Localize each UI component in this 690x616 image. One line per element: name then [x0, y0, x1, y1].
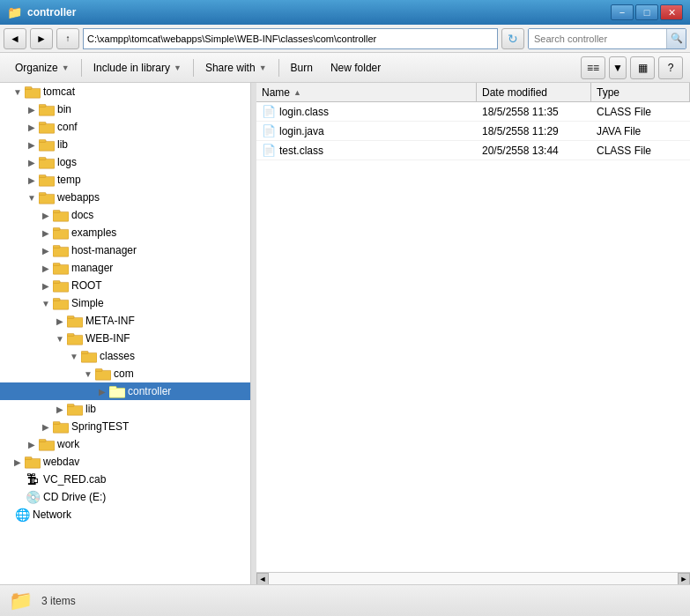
organize-button[interactable]: Organize ▼ — [7, 56, 78, 79]
sidebar-label-VC_RED: VC_RED.cab — [43, 473, 106, 486]
sidebar-item-examples[interactable]: ▶ examples — [0, 224, 250, 241]
table-row[interactable]: 📄 login.class 18/5/2558 11:35 CLASS File — [256, 102, 690, 122]
expand-btn-tomcat[interactable]: ▼ — [11, 85, 25, 99]
toolbar: Organize ▼ Include in library ▼ Share wi… — [0, 53, 690, 83]
sidebar-item-CDDrive[interactable]: 💿CD Drive (E:) — [0, 488, 250, 506]
help-button[interactable]: ? — [658, 56, 683, 79]
sidebar-item-lib[interactable]: ▶ lib — [0, 136, 250, 153]
view-dropdown-button[interactable]: ▼ — [609, 56, 627, 79]
sidebar-label-examples: examples — [71, 226, 116, 239]
search-go-button[interactable]: 🔍 — [666, 29, 686, 48]
sidebar-item-conf[interactable]: ▶ conf — [0, 118, 250, 136]
expand-btn-conf[interactable]: ▶ — [25, 120, 39, 134]
expand-btn-bin[interactable]: ▶ — [25, 102, 39, 116]
expand-btn-host-manager[interactable]: ▶ — [39, 243, 53, 257]
sidebar-item-com[interactable]: ▼ com — [0, 365, 250, 382]
sidebar-label-docs: docs — [71, 209, 93, 221]
back-button[interactable]: ◄ — [4, 28, 26, 49]
expand-btn-logs[interactable]: ▶ — [25, 155, 39, 169]
svg-rect-24 — [53, 300, 69, 309]
scroll-right-button[interactable]: ► — [678, 573, 690, 584]
expand-btn-manager[interactable]: ▶ — [39, 261, 53, 275]
svg-rect-43 — [25, 457, 32, 460]
horizontal-scrollbar[interactable]: ◄ ► — [256, 572, 690, 584]
sidebar-item-SpringTEST[interactable]: ▶ SpringTEST — [0, 418, 250, 435]
column-header-name[interactable]: Name ▲ — [256, 83, 477, 101]
sidebar-item-temp[interactable]: ▶ temp — [0, 171, 250, 189]
expand-btn-work[interactable]: ▶ — [25, 437, 39, 451]
sidebar-label-WEB-INF: WEB-INF — [85, 332, 130, 345]
include-library-dropdown-arrow: ▼ — [174, 63, 182, 72]
file-list-area: Name ▲ Date modified Type 📄 login.class … — [256, 83, 690, 584]
expand-btn-SpringTEST[interactable]: ▶ — [39, 419, 53, 434]
table-row[interactable]: 📄 login.java 18/5/2558 11:29 JAVA File — [256, 122, 690, 141]
sidebar-item-host-manager[interactable]: ▶ host-manager — [0, 241, 250, 259]
status-item-count: 3 items — [41, 595, 76, 607]
share-with-button[interactable]: Share with ▼ — [197, 56, 275, 79]
minimize-button[interactable]: − — [611, 4, 634, 20]
sidebar-label-ROOT: ROOT — [71, 279, 102, 292]
up-button[interactable]: ↑ — [56, 28, 79, 49]
svg-rect-39 — [53, 422, 60, 425]
sidebar-item-webdav[interactable]: ▶ webdav — [0, 453, 250, 471]
sidebar-item-classes[interactable]: ▼ classes — [0, 347, 250, 365]
maximize-button[interactable]: □ — [635, 4, 658, 20]
sidebar-item-tomcat[interactable]: ▼ tomcat — [0, 83, 250, 100]
expand-btn-META-INF[interactable]: ▶ — [53, 314, 67, 328]
sidebar-item-webapps[interactable]: ▼ webapps — [0, 189, 250, 206]
column-header-type[interactable]: Type — [591, 83, 690, 101]
expand-btn-webapps[interactable]: ▼ — [25, 190, 39, 204]
expand-btn-WEB-INF[interactable]: ▼ — [53, 331, 67, 345]
include-library-button[interactable]: Include in library ▼ — [85, 56, 189, 79]
expand-btn-lib[interactable]: ▶ — [25, 137, 39, 152]
sidebar-item-Simple[interactable]: ▼ Simple — [0, 294, 250, 312]
sidebar-item-lib2[interactable]: ▶ lib — [0, 400, 250, 418]
expand-btn-lib2[interactable]: ▶ — [53, 402, 67, 416]
expand-btn-Simple[interactable]: ▼ — [39, 296, 53, 310]
expand-btn-classes[interactable]: ▼ — [67, 349, 81, 363]
sidebar-item-WEB-INF[interactable]: ▼ WEB-INF — [0, 330, 250, 347]
sidebar-item-META-INF[interactable]: ▶ META-INF — [0, 312, 250, 330]
file-name: test.class — [279, 145, 323, 157]
folder-icon — [39, 102, 55, 116]
toolbar-separator-3 — [278, 59, 279, 77]
scroll-track[interactable] — [269, 573, 678, 584]
svg-rect-3 — [39, 105, 46, 108]
burn-button[interactable]: Burn — [283, 56, 321, 79]
sidebar-item-manager[interactable]: ▶ manager — [0, 259, 250, 277]
sidebar-item-logs[interactable]: ▶ logs — [0, 153, 250, 171]
svg-rect-26 — [67, 317, 83, 327]
expand-btn-examples[interactable]: ▶ — [39, 226, 53, 240]
close-button[interactable]: ✕ — [660, 4, 683, 20]
expand-btn-controller[interactable]: ▶ — [95, 384, 109, 398]
expand-btn-com[interactable]: ▼ — [81, 367, 95, 381]
sidebar-item-Network[interactable]: 🌐Network — [0, 506, 250, 523]
sidebar-label-Simple: Simple — [71, 297, 104, 309]
scroll-left-button[interactable]: ◄ — [256, 573, 269, 584]
cd-icon: 💿 — [25, 490, 41, 504]
refresh-button[interactable]: ↻ — [501, 28, 524, 49]
layout-button[interactable]: ▦ — [630, 56, 655, 79]
window-controls: − □ ✕ — [611, 4, 683, 20]
table-row[interactable]: 📄 test.class 20/5/2558 13:44 CLASS File — [256, 141, 690, 160]
new-folder-button[interactable]: New folder — [323, 56, 389, 79]
address-input[interactable] — [83, 28, 498, 49]
expand-btn-docs[interactable]: ▶ — [39, 208, 53, 222]
expand-btn-webdav[interactable]: ▶ — [11, 455, 25, 469]
sidebar-item-VC_RED[interactable]: 🗜VC_RED.cab — [0, 471, 250, 488]
view-toggle-button[interactable]: ≡≡ — [581, 56, 605, 79]
svg-rect-7 — [39, 140, 46, 143]
window-title: controller — [27, 6, 611, 19]
expand-btn-temp[interactable]: ▶ — [25, 173, 39, 187]
sidebar: ▼ tomcat▶ bin▶ conf▶ lib▶ logs▶ temp▼ we… — [0, 83, 251, 584]
sidebar-item-controller[interactable]: ▶ controller — [0, 382, 250, 400]
sidebar-item-bin[interactable]: ▶ bin — [0, 100, 250, 118]
svg-rect-4 — [39, 123, 55, 133]
search-input[interactable] — [529, 29, 666, 48]
forward-button[interactable]: ► — [30, 28, 53, 49]
sidebar-item-docs[interactable]: ▶ docs — [0, 206, 250, 224]
column-header-date[interactable]: Date modified — [477, 83, 591, 101]
sidebar-item-ROOT[interactable]: ▶ ROOT — [0, 277, 250, 294]
sidebar-item-work[interactable]: ▶ work — [0, 435, 250, 453]
expand-btn-ROOT[interactable]: ▶ — [39, 278, 53, 293]
